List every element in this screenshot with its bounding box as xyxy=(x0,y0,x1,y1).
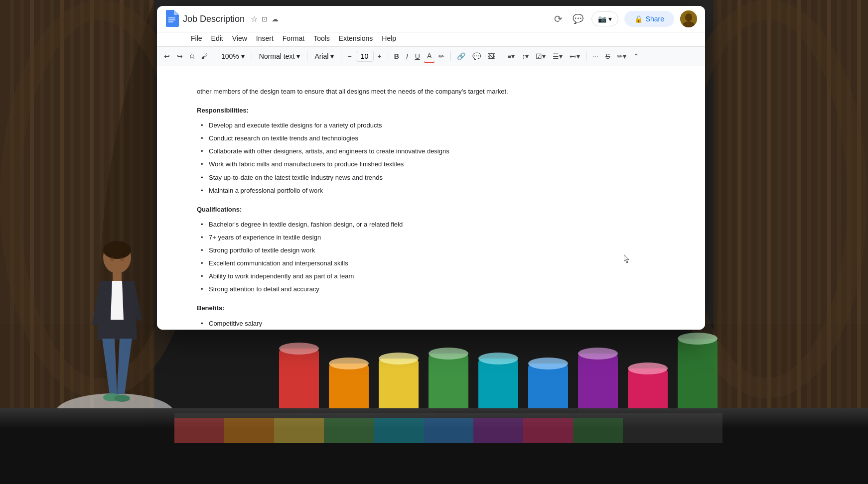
menu-help[interactable]: Help xyxy=(378,32,400,44)
doc-content[interactable]: other members of the design team to ensu… xyxy=(157,66,705,330)
title-action-icons: ☆ ⊡ ☁ xyxy=(251,14,279,24)
paint-format-button[interactable]: 🖌 xyxy=(198,50,211,62)
numbered-list-button[interactable]: ⊷▾ xyxy=(567,50,583,62)
redo-button[interactable]: ↪ xyxy=(174,50,186,62)
benefits-list: Competitive salary Comprehensive benefit… xyxy=(197,318,546,330)
link-button[interactable]: 🔗 xyxy=(454,50,468,62)
zoom-chevron: ▾ xyxy=(241,52,245,60)
svg-point-43 xyxy=(429,348,468,360)
bullet-list-button[interactable]: ☰▾ xyxy=(550,50,566,62)
pen-button[interactable]: ✏▾ xyxy=(614,50,629,62)
camera-dropdown: ▾ xyxy=(608,15,612,23)
svg-rect-66 xyxy=(573,418,623,443)
decrease-font-button[interactable]: − xyxy=(344,50,354,62)
svg-rect-64 xyxy=(473,418,523,443)
menu-view[interactable]: View xyxy=(228,32,251,44)
svg-rect-60 xyxy=(274,418,324,443)
toolbar-sep-4 xyxy=(341,51,341,61)
svg-rect-58 xyxy=(174,418,224,443)
list-item: Work with fabric mills and manufacturers… xyxy=(209,159,546,170)
list-item: Strong attention to detail and accuracy xyxy=(209,284,546,295)
docs-window: Job Description ☆ ⊡ ☁ ⟳ 💬 📷 ▾ 🔒 Share xyxy=(157,6,705,330)
toolbar-sep-6 xyxy=(450,51,451,61)
list-item: Ability to work independently and as par… xyxy=(209,271,546,282)
font-dropdown[interactable]: Arial ▾ xyxy=(310,50,338,62)
menu-edit[interactable]: Edit xyxy=(207,32,227,44)
menu-extensions[interactable]: Extensions xyxy=(335,32,377,44)
increase-font-button[interactable]: + xyxy=(375,50,385,62)
font-value: Arial xyxy=(314,52,328,60)
title-right: ⟳ 💬 📷 ▾ 🔒 Share xyxy=(552,10,697,27)
responsibilities-heading: Responsibilities: xyxy=(197,105,546,116)
svg-point-39 xyxy=(329,358,369,369)
checklist-button[interactable]: ☑▾ xyxy=(533,50,549,62)
align-button[interactable]: ≡▾ xyxy=(504,50,518,62)
camera-button[interactable]: 📷 ▾ xyxy=(591,11,618,26)
document-body: other members of the design team to ensu… xyxy=(197,86,546,330)
svg-point-72 xyxy=(110,256,114,261)
google-docs-icon xyxy=(165,10,179,28)
svg-point-53 xyxy=(678,333,718,345)
toolbar: ↩ ↪ ⎙ 🖌 100% ▾ Normal text ▾ Arial ▾ − 1… xyxy=(157,46,705,66)
collapse-toolbar-button[interactable]: ⌃ xyxy=(630,50,642,62)
svg-point-49 xyxy=(578,348,618,360)
menu-file[interactable]: File xyxy=(187,32,206,44)
menu-insert[interactable]: Insert xyxy=(252,32,278,44)
line-spacing-button[interactable]: ↕▾ xyxy=(519,50,532,62)
menu-tools[interactable]: Tools xyxy=(309,32,334,44)
undo-button[interactable]: ↩ xyxy=(161,50,173,62)
folder-icon[interactable]: ⊡ xyxy=(262,15,268,23)
svg-point-47 xyxy=(528,358,568,369)
toolbar-sep-3 xyxy=(307,51,307,61)
toolbar-sep-8 xyxy=(586,51,586,61)
svg-point-41 xyxy=(379,353,419,364)
title-left: Job Description ☆ ⊡ ☁ xyxy=(165,10,279,28)
font-chevron: ▾ xyxy=(330,52,334,60)
print-button[interactable]: ⎙ xyxy=(187,50,197,62)
doc-title: Job Description xyxy=(183,14,245,24)
image-button[interactable]: 🖼 xyxy=(485,50,498,62)
style-dropdown[interactable]: Normal text ▾ xyxy=(255,50,304,62)
responsibilities-list: Develop and execute textile designs for … xyxy=(197,120,546,196)
presenter xyxy=(85,240,149,414)
lock-icon: 🔒 xyxy=(634,15,643,23)
star-icon[interactable]: ☆ xyxy=(251,14,258,24)
list-item: Develop and execute textile designs for … xyxy=(209,120,546,131)
qualifications-heading: Qualifications: xyxy=(197,204,546,215)
svg-point-51 xyxy=(628,363,668,374)
share-button[interactable]: 🔒 Share xyxy=(624,11,674,27)
camera-icon: 📷 xyxy=(598,15,606,23)
comment-button[interactable]: 💬 xyxy=(469,50,484,62)
svg-rect-65 xyxy=(523,418,573,443)
underline-button[interactable]: U xyxy=(412,50,423,62)
menu-format[interactable]: Format xyxy=(279,32,308,44)
comments-icon[interactable]: 💬 xyxy=(571,11,585,26)
qualifications-list: Bachelor's degree in textile design, fas… xyxy=(197,219,546,295)
list-item: Strong portfolio of textile design work xyxy=(209,245,546,256)
font-size-display[interactable]: 10 xyxy=(356,51,374,62)
list-item: Stay up-to-date on the latest textile in… xyxy=(209,172,546,183)
svg-point-71 xyxy=(114,395,130,402)
cloud-icon[interactable]: ☁ xyxy=(272,15,279,23)
list-item: Conduct research on textile trends and t… xyxy=(209,133,546,144)
svg-point-45 xyxy=(478,353,518,364)
svg-rect-61 xyxy=(324,418,374,443)
strikethrough-button[interactable]: S xyxy=(602,50,613,62)
text-color-button[interactable]: A xyxy=(424,50,434,63)
svg-point-37 xyxy=(279,343,319,355)
user-avatar[interactable] xyxy=(680,10,697,27)
list-item: Maintain a professional portfolio of wor… xyxy=(209,185,546,196)
bold-button[interactable]: B xyxy=(391,50,402,62)
highlight-button[interactable]: ✏ xyxy=(435,50,447,62)
toolbar-sep-7 xyxy=(501,51,501,61)
svg-rect-63 xyxy=(424,418,473,443)
svg-point-68 xyxy=(103,241,131,259)
list-item: Collaborate with other designers, artist… xyxy=(209,146,546,157)
more-options-button[interactable]: ··· xyxy=(589,50,601,62)
history-icon[interactable]: ⟳ xyxy=(552,11,565,27)
zoom-dropdown[interactable]: 100% ▾ xyxy=(217,50,249,62)
list-item: Bachelor's degree in textile design, fas… xyxy=(209,219,546,230)
svg-rect-59 xyxy=(224,418,274,443)
italic-button[interactable]: I xyxy=(403,50,411,62)
list-item: 7+ years of experience in textile design xyxy=(209,232,546,243)
